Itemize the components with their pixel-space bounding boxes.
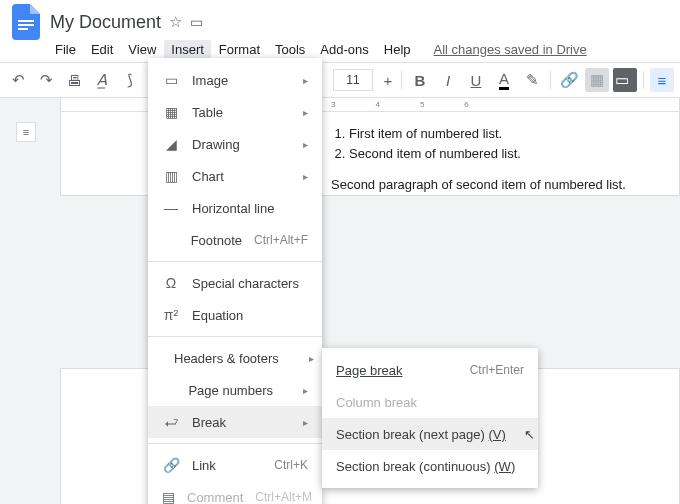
menu-item-section-break-next-page[interactable]: Section break (next page) (V)↖ [322,418,538,450]
star-icon[interactable]: ☆ [169,13,182,31]
list-item[interactable]: First item of numbered list. [349,124,679,144]
table-icon: ▦ [162,104,180,120]
highlight-icon[interactable]: ✎ [520,68,544,92]
toolbar: ↶ ↷ 🖶 A̲ ⟆ − 11 + B I U A ✎ 🔗 ▦ ▭▾ ≡ [0,62,680,98]
hr-icon: — [162,200,180,216]
image-icon: ▭ [162,72,180,88]
insert-image-icon[interactable]: ▭▾ [613,68,637,92]
comment-icon: ▤ [162,489,175,504]
menu-tools[interactable]: Tools [268,40,312,59]
menu-format[interactable]: Format [212,40,267,59]
paint-format-icon[interactable]: ⟆ [118,68,142,92]
break-submenu: Page breakCtrl+Enter Column break Sectio… [322,348,538,488]
menu-item-section-break-continuous[interactable]: Section break (continuous) (W) [322,450,538,482]
menubar: File Edit View Insert Format Tools Add-o… [0,38,680,60]
menu-insert[interactable]: Insert [164,40,211,59]
menu-item-column-break: Column break [322,386,538,418]
menu-item-equation[interactable]: π²Equation [148,299,322,331]
link-icon: 🔗 [162,457,180,473]
menu-item-special[interactable]: ΩSpecial characters [148,267,322,299]
break-icon: ⮐ [162,414,180,430]
drawing-icon: ◢ [162,136,180,152]
menu-item-page-numbers[interactable]: Page numbers▸ [148,374,322,406]
doc-title[interactable]: My Document [50,12,161,33]
svg-rect-1 [18,24,34,26]
menu-item-footnote[interactable]: FootnoteCtrl+Alt+F [148,224,322,256]
menu-item-headers-footers[interactable]: Headers & footers▸ [148,342,322,374]
menu-file[interactable]: File [48,40,83,59]
insert-menu: ▭Image▸ ▦Table▸ ◢Drawing▸ ▥Chart▸ —Horiz… [148,58,322,504]
redo-icon[interactable]: ↷ [34,68,58,92]
menu-edit[interactable]: Edit [84,40,120,59]
move-icon[interactable]: ▭ [190,14,203,30]
menu-item-comment: ▤CommentCtrl+Alt+M [148,481,322,504]
outline-icon[interactable]: ≡ [16,122,36,142]
menu-item-break[interactable]: ⮐Break▸ [148,406,322,438]
menu-item-table[interactable]: ▦Table▸ [148,96,322,128]
font-size-inc[interactable]: + [381,68,395,92]
insert-link-icon[interactable]: 🔗 [557,68,581,92]
underline-icon[interactable]: U [464,68,488,92]
print-icon[interactable]: 🖶 [62,68,86,92]
titlebar: My Document ☆ ▭ [0,0,680,38]
chart-icon: ▥ [162,168,180,184]
bold-icon[interactable]: B [408,68,432,92]
insert-comment-icon[interactable]: ▦ [585,68,609,92]
spellcheck-icon[interactable]: A̲ [90,68,114,92]
italic-icon[interactable]: I [436,68,460,92]
menu-item-chart[interactable]: ▥Chart▸ [148,160,322,192]
menu-item-drawing[interactable]: ◢Drawing▸ [148,128,322,160]
svg-rect-2 [18,28,28,30]
align-icon[interactable]: ≡ [650,68,674,92]
paragraph[interactable]: Second paragraph of second item of numbe… [331,175,679,195]
menu-item-page-break[interactable]: Page breakCtrl+Enter [322,354,538,386]
text-color-icon[interactable]: A [492,68,516,92]
equation-icon: π² [162,307,180,323]
save-status[interactable]: All changes saved in Drive [427,40,594,59]
menu-item-image[interactable]: ▭Image▸ [148,64,322,96]
font-size-input[interactable]: 11 [333,69,373,91]
list-item[interactable]: Second item of numbered list. [349,144,679,164]
menu-item-hr[interactable]: —Horizontal line [148,192,322,224]
menu-view[interactable]: View [121,40,163,59]
docs-logo-icon[interactable] [8,4,44,40]
menu-addons[interactable]: Add-ons [313,40,375,59]
cursor-icon: ↖ [524,427,535,442]
svg-rect-0 [18,20,34,22]
special-icon: Ω [162,275,180,291]
menu-help[interactable]: Help [377,40,418,59]
menu-item-link[interactable]: 🔗LinkCtrl+K [148,449,322,481]
undo-icon[interactable]: ↶ [6,68,30,92]
